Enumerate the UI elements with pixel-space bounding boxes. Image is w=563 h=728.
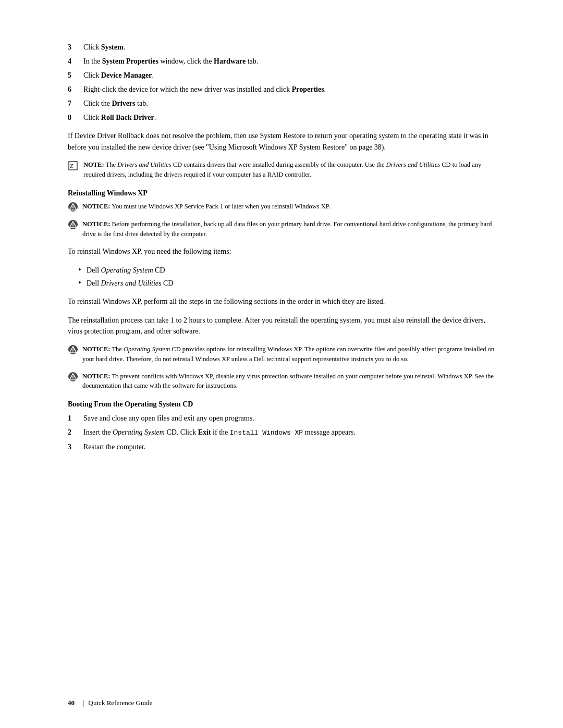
bullet-dot-1: • — [78, 265, 87, 276]
step-number-3: 3 — [68, 42, 83, 53]
note-pencil-icon: Z — [68, 161, 79, 173]
step-6: 6 Right-click the device for which the n… — [68, 84, 495, 95]
boot-step-number-2: 2 — [68, 427, 83, 438]
page-footer: 40 | Quick Reference Guide — [68, 699, 495, 707]
step-6-content: Right-click the device for which the new… — [83, 84, 495, 95]
note-italic2: Drivers and Utilities — [386, 161, 440, 168]
svg-point-5 — [72, 208, 74, 209]
step-number-8: 8 — [68, 112, 83, 123]
step-6-bold: Properties — [292, 85, 324, 93]
step-4-bold1: System Properties — [102, 57, 158, 65]
step-5-bold: Device Manager — [101, 71, 152, 79]
boot-step-2-italic: Operating System — [113, 428, 165, 436]
step-number-5: 5 — [68, 70, 83, 81]
bullet-dot-2: • — [78, 278, 87, 289]
step-3-content: Click System. — [83, 42, 495, 53]
note-drivers-utilities: Z NOTE: The Drivers and Utilities CD con… — [68, 160, 495, 180]
boot-step-2-content: Insert the Operating System CD. Click Ex… — [83, 427, 495, 438]
step-7: 7 Click the Drivers tab. — [68, 98, 495, 109]
step-7-content: Click the Drivers tab. — [83, 98, 495, 109]
footer-separator: | — [83, 699, 84, 707]
notice-4-label: NOTICE: — [82, 373, 110, 380]
step-5-content: Click Device Manager. — [83, 70, 495, 81]
boot-step-2-bold: Exit — [198, 428, 211, 436]
boot-step-3-content: Restart the computer. — [83, 441, 495, 452]
notice-overwrite: NOTICE: The Operating System CD provides… — [68, 344, 495, 364]
notice-icon-3 — [68, 344, 78, 355]
svg-point-13 — [72, 351, 74, 352]
step-3: 3 Click System. — [68, 42, 495, 53]
notice-1-label: NOTICE: — [82, 203, 110, 210]
boot-step-3: 3 Restart the computer. — [68, 441, 495, 452]
paragraph-rollback: If Device Driver Rollback does not resol… — [68, 130, 495, 153]
step-number-7: 7 — [68, 98, 83, 109]
notice-4-text: NOTICE: To prevent conflicts with Window… — [82, 372, 495, 391]
notice-3-italic: Operating System — [124, 346, 170, 353]
notice-icon-2 — [68, 219, 78, 230]
step-4-bold2: Hardware — [214, 57, 246, 65]
bullet-1-italic: Operating System — [101, 266, 153, 274]
svg-point-17 — [72, 378, 74, 379]
boot-step-number-3: 3 — [68, 441, 83, 452]
note-label: NOTE: — [83, 161, 104, 168]
notice-2-label: NOTICE: — [82, 220, 110, 228]
notice-1-text: NOTICE: You must use Windows XP Service … — [82, 202, 331, 212]
step-4: 4 In the System Properties window, click… — [68, 56, 495, 67]
notice-service-pack: NOTICE: You must use Windows XP Service … — [68, 202, 495, 212]
bullet-2-italic: Drivers and Utilities — [101, 279, 162, 287]
paragraph-process-time: The reinstallation process can take 1 to… — [68, 315, 495, 337]
step-7-bold: Drivers — [112, 100, 135, 107]
step-4-content: In the System Properties window, click t… — [83, 56, 495, 67]
boot-step-2-monospace: Install Windows XP — [230, 429, 303, 437]
notice-3-text: NOTICE: The Operating System CD provides… — [82, 344, 495, 364]
boot-step-number-1: 1 — [68, 413, 83, 424]
svg-point-9 — [72, 226, 74, 227]
step-number-4: 4 — [68, 56, 83, 67]
step-3-bold: System — [101, 43, 124, 51]
bullet-item-drivers: • Dell Drivers and Utilities CD — [78, 278, 495, 289]
note-italic1: Drivers and Utilities — [117, 161, 171, 168]
boot-step-1-content: Save and close any open files and exit a… — [83, 413, 495, 424]
boot-step-2: 2 Insert the Operating System CD. Click … — [68, 427, 495, 438]
bullet-items-list: • Dell Operating System CD • Dell Driver… — [68, 265, 495, 289]
footer-guide-title: Quick Reference Guide — [89, 699, 153, 707]
step-8: 8 Click Roll Back Driver. — [68, 112, 495, 123]
step-8-content: Click Roll Back Driver. — [83, 112, 495, 123]
page: 3 Click System. 4 In the System Properti… — [0, 0, 563, 728]
step-5: 5 Click Device Manager. — [68, 70, 495, 81]
bullet-item-os: • Dell Operating System CD — [78, 265, 495, 276]
notice-backup: NOTICE: Before performing the installati… — [68, 219, 495, 239]
notice-3-label: NOTICE: — [82, 346, 110, 353]
footer-page-number: 40 — [68, 699, 75, 707]
paragraph-items-needed: To reinstall Windows XP, you need the fo… — [68, 246, 495, 257]
boot-step-1: 1 Save and close any open files and exit… — [68, 413, 495, 424]
section-booting-heading: Booting From the Operating System CD — [68, 400, 495, 409]
bullet-1-text: Dell Operating System CD — [87, 265, 165, 276]
step-8-bold: Roll Back Driver — [101, 114, 154, 121]
notice-2-text: NOTICE: Before performing the installati… — [82, 219, 495, 239]
notice-virus: NOTICE: To prevent conflicts with Window… — [68, 372, 495, 391]
bullet-2-text: Dell Drivers and Utilities CD — [87, 278, 173, 289]
note-drivers-text: NOTE: The Drivers and Utilities CD conta… — [83, 160, 495, 180]
steps-list: 3 Click System. 4 In the System Properti… — [68, 42, 495, 123]
step-number-6: 6 — [68, 84, 83, 95]
notice-icon-4 — [68, 372, 78, 382]
svg-text:Z: Z — [70, 163, 74, 169]
notice-icon-1 — [68, 202, 78, 212]
boot-steps-list: 1 Save and close any open files and exit… — [68, 413, 495, 452]
section-reinstalling-heading: Reinstalling Windows XP — [68, 189, 495, 198]
paragraph-perform-steps: To reinstall Windows XP, perform all the… — [68, 296, 495, 307]
